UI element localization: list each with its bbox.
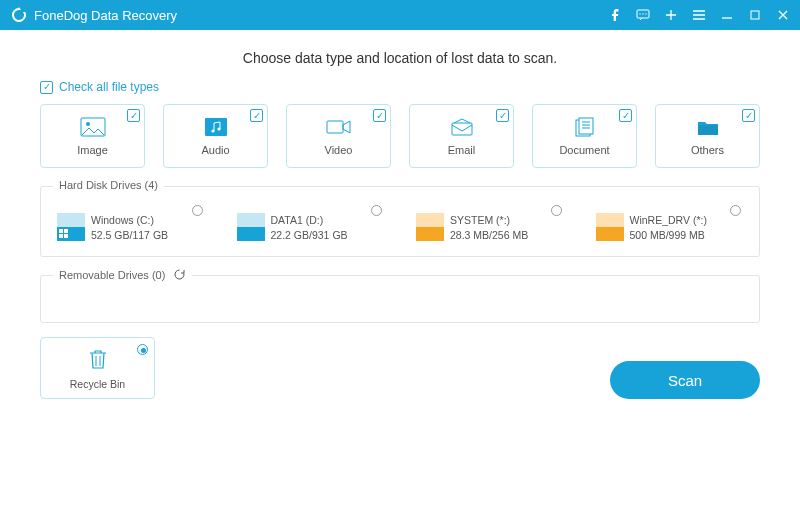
drive-size: 22.2 GB/931 GB xyxy=(271,228,348,243)
svg-rect-17 xyxy=(59,234,63,238)
svg-point-9 xyxy=(217,127,220,130)
type-card-image[interactable]: Image xyxy=(40,104,145,168)
drive-name: SYSTEM (*:) xyxy=(450,213,528,228)
svg-rect-7 xyxy=(205,118,227,136)
image-icon xyxy=(79,116,107,138)
close-icon[interactable] xyxy=(776,8,790,22)
drive-text: DATA1 (D:)22.2 GB/931 GB xyxy=(271,213,348,242)
titlebar: FoneDog Data Recovery xyxy=(0,0,800,30)
svg-rect-18 xyxy=(64,234,68,238)
svg-rect-11 xyxy=(452,123,472,135)
app-logo-icon xyxy=(10,6,28,24)
svg-rect-15 xyxy=(59,229,63,233)
type-card-document[interactable]: Document xyxy=(532,104,637,168)
recycle-bin-card[interactable]: Recycle Bin xyxy=(40,337,155,399)
type-label: Email xyxy=(448,144,476,156)
drive-size: 500 MB/999 MB xyxy=(630,228,707,243)
drive-size: 28.3 MB/256 MB xyxy=(450,228,528,243)
type-label: Audio xyxy=(201,144,229,156)
drive-icon xyxy=(416,213,444,241)
drive-text: SYSTEM (*:)28.3 MB/256 MB xyxy=(450,213,528,242)
scan-button[interactable]: Scan xyxy=(610,361,760,399)
bottom-row: Recycle Bin Scan xyxy=(40,337,760,413)
type-checkbox[interactable] xyxy=(742,109,755,122)
type-checkbox[interactable] xyxy=(496,109,509,122)
type-card-video[interactable]: Video xyxy=(286,104,391,168)
feedback-icon[interactable] xyxy=(636,8,650,22)
menu-icon[interactable] xyxy=(692,8,706,22)
type-card-others[interactable]: Others xyxy=(655,104,760,168)
drive-radio[interactable] xyxy=(730,205,741,216)
svg-rect-13 xyxy=(579,118,593,134)
check-all-row[interactable]: Check all file types xyxy=(40,80,760,94)
type-checkbox[interactable] xyxy=(619,109,632,122)
svg-point-2 xyxy=(642,13,643,14)
refresh-icon[interactable] xyxy=(173,268,186,281)
drive-radio[interactable] xyxy=(192,205,203,216)
add-icon[interactable] xyxy=(664,8,678,22)
scan-button-label: Scan xyxy=(668,372,702,389)
check-all-label: Check all file types xyxy=(59,80,159,94)
type-label: Others xyxy=(691,144,724,156)
type-label: Document xyxy=(559,144,609,156)
minimize-icon[interactable] xyxy=(720,8,734,22)
maximize-icon[interactable] xyxy=(748,8,762,22)
titlebar-buttons xyxy=(608,8,790,22)
hard-disk-title: Hard Disk Drives (4) xyxy=(53,179,164,191)
drive-icon xyxy=(237,213,265,241)
drive-item[interactable]: SYSTEM (*:)28.3 MB/256 MB xyxy=(412,205,568,246)
type-checkbox[interactable] xyxy=(127,109,140,122)
email-icon xyxy=(448,116,476,138)
main-content: Choose data type and location of lost da… xyxy=(0,30,800,413)
app-title: FoneDog Data Recovery xyxy=(34,8,608,23)
type-card-email[interactable]: Email xyxy=(409,104,514,168)
video-icon xyxy=(325,116,353,138)
drive-item[interactable]: WinRE_DRV (*:)500 MB/999 MB xyxy=(592,205,748,246)
drive-icon xyxy=(57,213,85,241)
drive-radio[interactable] xyxy=(551,205,562,216)
svg-rect-5 xyxy=(81,118,105,136)
drive-name: WinRE_DRV (*:) xyxy=(630,213,707,228)
svg-rect-16 xyxy=(64,229,68,233)
recycle-label: Recycle Bin xyxy=(70,378,125,390)
drive-radio[interactable] xyxy=(371,205,382,216)
drive-item[interactable]: Windows (C:)52.5 GB/117 GB xyxy=(53,205,209,246)
type-checkbox[interactable] xyxy=(250,109,263,122)
type-checkbox[interactable] xyxy=(373,109,386,122)
svg-point-1 xyxy=(639,13,640,14)
drive-name: DATA1 (D:) xyxy=(271,213,348,228)
drive-name: Windows (C:) xyxy=(91,213,168,228)
svg-point-3 xyxy=(645,13,646,14)
hard-disk-section: Hard Disk Drives (4) Windows (C:)52.5 GB… xyxy=(40,186,760,257)
removable-section: Removable Drives (0) xyxy=(40,275,760,323)
type-label: Image xyxy=(77,144,108,156)
removable-title: Removable Drives (0) xyxy=(59,269,165,281)
trash-icon xyxy=(87,347,109,374)
svg-point-6 xyxy=(86,122,90,126)
type-card-audio[interactable]: Audio xyxy=(163,104,268,168)
others-icon xyxy=(694,116,722,138)
audio-icon xyxy=(202,116,230,138)
drive-text: Windows (C:)52.5 GB/117 GB xyxy=(91,213,168,242)
drive-item[interactable]: DATA1 (D:)22.2 GB/931 GB xyxy=(233,205,389,246)
share-fb-icon[interactable] xyxy=(608,8,622,22)
drive-size: 52.5 GB/117 GB xyxy=(91,228,168,243)
file-type-row: Image Audio Video Email Document Others xyxy=(40,104,760,168)
svg-point-8 xyxy=(211,129,214,132)
recycle-radio[interactable] xyxy=(137,344,148,355)
drive-text: WinRE_DRV (*:)500 MB/999 MB xyxy=(630,213,707,242)
type-label: Video xyxy=(325,144,353,156)
check-all-checkbox[interactable] xyxy=(40,81,53,94)
svg-rect-4 xyxy=(751,11,759,19)
drive-icon xyxy=(596,213,624,241)
svg-rect-14 xyxy=(698,125,718,135)
document-icon xyxy=(571,116,599,138)
svg-rect-10 xyxy=(327,121,343,133)
page-heading: Choose data type and location of lost da… xyxy=(40,50,760,66)
